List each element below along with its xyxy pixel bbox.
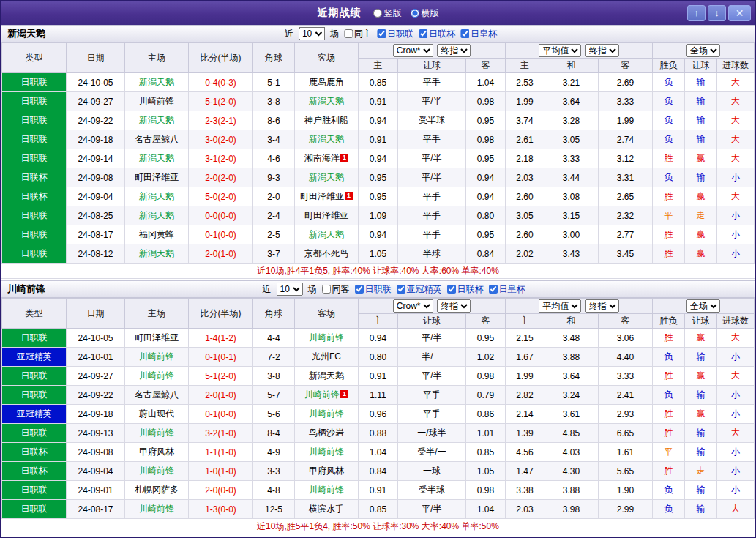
col-away-team[interactable]: 川崎前锋	[295, 481, 359, 500]
col-score[interactable]: 1-4(1-2)	[189, 329, 253, 348]
col-away-team[interactable]: 新潟天鹅	[295, 225, 359, 244]
col-score[interactable]: 0-0(0-0)	[189, 206, 253, 225]
col-score[interactable]: 1-1(1-0)	[189, 443, 253, 462]
col-avg-away: 1.90	[599, 481, 653, 500]
col-away-team[interactable]: 町田泽维亚	[295, 206, 359, 225]
scope-select[interactable]: 全场	[686, 44, 720, 57]
checkbox-input[interactable]	[397, 285, 405, 294]
col-score[interactable]: 0-4(0-3)	[189, 73, 253, 92]
filter-checkbox[interactable]: 日联杯	[419, 28, 455, 40]
checkbox-input[interactable]	[344, 29, 353, 38]
col-away-team[interactable]: 新潟天鹅	[295, 130, 359, 149]
col-away-team[interactable]: 町田泽维亚1	[295, 187, 359, 206]
scroll-down-button[interactable]: ↓	[708, 5, 726, 21]
col-away-team[interactable]: 鸟栖沙岩	[295, 424, 359, 443]
filter-checkbox[interactable]: 日皇杯	[489, 283, 525, 296]
col-home-team[interactable]: 甲府风林	[125, 443, 189, 462]
average-select[interactable]: 平均值	[539, 44, 581, 57]
col-score[interactable]: 2-0(2-0)	[189, 168, 253, 187]
layout-radio-horizontal[interactable]: 横版	[411, 7, 439, 20]
bookmaker-select[interactable]: Crow*	[393, 299, 433, 313]
col-away-team[interactable]: 川崎前锋	[295, 443, 359, 462]
col-score[interactable]: 2-0(1-0)	[189, 244, 253, 264]
final-odds-select[interactable]: 终指	[585, 299, 619, 313]
col-home-team[interactable]: 札幌冈萨多	[125, 481, 189, 500]
checkbox-input[interactable]	[460, 29, 469, 38]
col-score[interactable]: 3-2(1-0)	[189, 424, 253, 443]
col-away-team[interactable]: 光州FC	[295, 348, 359, 367]
games-count-select[interactable]: 10	[277, 283, 303, 296]
checkbox-input[interactable]	[419, 29, 427, 38]
col-home-team[interactable]: 新潟天鹅	[125, 244, 189, 264]
col-home-team[interactable]: 川崎前锋	[125, 500, 189, 519]
filter-checkbox[interactable]: 日联杯	[447, 283, 484, 296]
col-away-team[interactable]: 湘南海洋1	[295, 149, 359, 168]
col-home-team[interactable]: 名古屋鲸八	[125, 130, 189, 149]
col-away-team[interactable]: 新潟天鹅	[295, 168, 359, 187]
col-handicap-result: 输	[685, 500, 717, 519]
games-count-select[interactable]: 10	[299, 27, 325, 40]
filter-checkbox[interactable]: 同主	[344, 28, 372, 40]
col-score[interactable]: 5-1(2-0)	[189, 367, 253, 386]
close-button[interactable]: ✕	[728, 5, 751, 21]
col-home-team[interactable]: 蔚山现代	[125, 405, 189, 424]
col-score[interactable]: 2-3(2-1)	[189, 111, 253, 130]
vertical-radio-input[interactable]	[373, 9, 382, 18]
filter-checkbox[interactable]: 日皇杯	[460, 28, 497, 40]
col-handicap-result: 输	[685, 168, 717, 187]
col-away-team[interactable]: 川崎前锋	[295, 329, 359, 348]
checkbox-input[interactable]	[355, 285, 364, 294]
col-score[interactable]: 0-1(0-0)	[189, 405, 253, 424]
col-away-team[interactable]: 神户胜利船	[295, 111, 359, 130]
col-score[interactable]: 0-1(0-1)	[189, 348, 253, 367]
checkbox-input[interactable]	[447, 285, 456, 294]
col-away-team[interactable]: 新潟天鹅	[295, 367, 359, 386]
col-home-team[interactable]: 新潟天鹅	[125, 111, 189, 130]
horizontal-radio-input[interactable]	[411, 9, 419, 18]
col-away-team[interactable]: 横滨水手	[295, 500, 359, 519]
scroll-up-button[interactable]: ↑	[687, 5, 706, 21]
col-home-team[interactable]: 川崎前锋	[125, 367, 189, 386]
checkbox-input[interactable]	[377, 29, 386, 38]
col-score[interactable]: 5-1(2-0)	[189, 92, 253, 111]
col-away-team[interactable]: 川崎前锋1	[295, 386, 359, 405]
final-odds-select[interactable]: 终指	[585, 44, 619, 57]
checkbox-input[interactable]	[322, 285, 331, 294]
col-score[interactable]: 0-1(0-0)	[189, 225, 253, 244]
filter-checkbox[interactable]: 同客	[322, 283, 350, 296]
filter-checkbox[interactable]: 亚冠精英	[397, 283, 442, 296]
scope-select[interactable]: 全场	[686, 299, 720, 313]
col-home-team[interactable]: 川崎前锋	[125, 348, 189, 367]
col-score[interactable]: 5-0(2-0)	[189, 187, 253, 206]
bookmaker-select[interactable]: Crow*	[393, 44, 433, 57]
filter-checkbox[interactable]: 日职联	[355, 283, 392, 296]
col-home-team[interactable]: 川崎前锋	[125, 462, 189, 481]
col-home-team[interactable]: 新潟天鹅	[125, 149, 189, 168]
col-home-team[interactable]: 新潟天鹅	[125, 187, 189, 206]
col-home-team[interactable]: 福冈黄蜂	[125, 225, 189, 244]
checkbox-input[interactable]	[489, 285, 498, 294]
col-score[interactable]: 3-0(2-0)	[189, 130, 253, 149]
col-away-team[interactable]: 京都不死鸟	[295, 244, 359, 264]
col-away-team[interactable]: 鹿岛鹿角	[295, 73, 359, 92]
col-score[interactable]: 3-1(2-0)	[189, 149, 253, 168]
col-home-team[interactable]: 川崎前锋	[125, 424, 189, 443]
col-score[interactable]: 1-0(1-0)	[189, 462, 253, 481]
col-score[interactable]: 2-0(1-0)	[189, 386, 253, 405]
col-score[interactable]: 2-0(0-0)	[189, 481, 253, 500]
col-home-team[interactable]: 名古屋鲸八	[125, 386, 189, 405]
col-home-team[interactable]: 新潟天鹅	[125, 73, 189, 92]
filter-checkbox[interactable]: 日职联	[377, 28, 413, 40]
col-score[interactable]: 1-3(0-0)	[189, 500, 253, 519]
col-home-team[interactable]: 新潟天鹅	[125, 206, 189, 225]
average-select[interactable]: 平均值	[539, 299, 581, 313]
final-odds-select[interactable]: 终指	[437, 44, 471, 57]
final-odds-select[interactable]: 终指	[437, 299, 471, 313]
col-away-team[interactable]: 新潟天鹅	[295, 92, 359, 111]
col-away-team[interactable]: 川崎前锋	[295, 405, 359, 424]
col-home-team[interactable]: 町田泽维亚	[125, 329, 189, 348]
col-home-team[interactable]: 町田泽维亚	[125, 168, 189, 187]
col-away-team[interactable]: 甲府风林	[295, 462, 359, 481]
col-home-team[interactable]: 川崎前锋	[125, 92, 189, 111]
layout-radio-vertical[interactable]: 竖版	[373, 7, 402, 20]
